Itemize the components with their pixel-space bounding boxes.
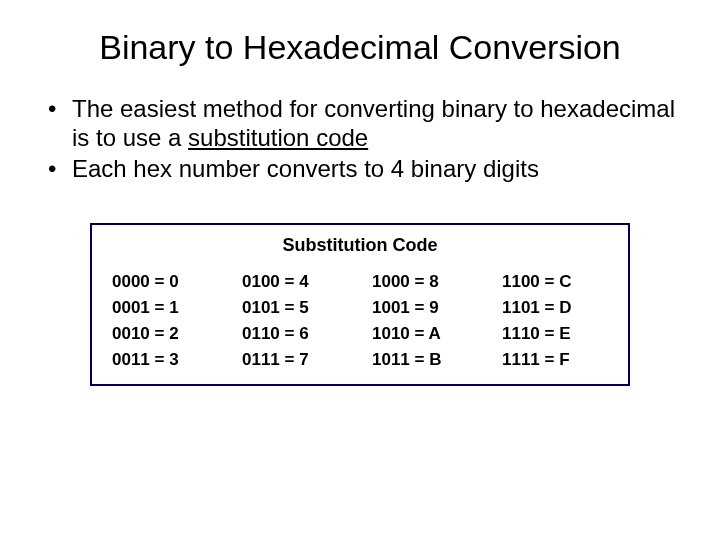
code-cell: 0111 = 7	[242, 350, 348, 370]
code-cell: 0011 = 3	[112, 350, 218, 370]
substitution-code-grid: 0000 = 0 0100 = 4 1000 = 8 1100 = C 0001…	[112, 272, 608, 370]
slide: Binary to Hexadecimal Conversion The eas…	[0, 0, 720, 386]
substitution-code-heading: Substitution Code	[112, 235, 608, 256]
code-cell: 0010 = 2	[112, 324, 218, 344]
code-cell: 1010 = A	[372, 324, 478, 344]
code-cell: 1111 = F	[502, 350, 608, 370]
bullet-text: The easiest method for converting binary…	[72, 95, 675, 151]
code-cell: 0101 = 5	[242, 298, 348, 318]
bullet-list: The easiest method for converting binary…	[48, 95, 680, 183]
slide-title: Binary to Hexadecimal Conversion	[40, 28, 680, 67]
code-cell: 1101 = D	[502, 298, 608, 318]
bullet-item: The easiest method for converting binary…	[48, 95, 680, 153]
code-cell: 1000 = 8	[372, 272, 478, 292]
code-cell: 1100 = C	[502, 272, 608, 292]
code-cell: 1110 = E	[502, 324, 608, 344]
code-cell: 0110 = 6	[242, 324, 348, 344]
bullet-underlined-text: substitution code	[188, 124, 368, 151]
code-cell: 0000 = 0	[112, 272, 218, 292]
code-cell: 0001 = 1	[112, 298, 218, 318]
bullet-item: Each hex number converts to 4 binary dig…	[48, 155, 680, 184]
code-cell: 1011 = B	[372, 350, 478, 370]
substitution-code-box: Substitution Code 0000 = 0 0100 = 4 1000…	[90, 223, 630, 386]
substitution-code-container: Substitution Code 0000 = 0 0100 = 4 1000…	[90, 223, 630, 386]
bullet-text: Each hex number converts to 4 binary dig…	[72, 155, 539, 182]
code-cell: 1001 = 9	[372, 298, 478, 318]
code-cell: 0100 = 4	[242, 272, 348, 292]
